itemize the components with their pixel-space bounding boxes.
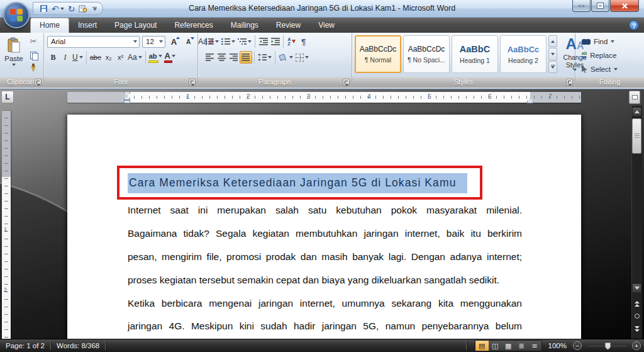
body-line[interactable]: pesan, mengirim file, promosi prodak dan… (128, 246, 522, 269)
document-body[interactable]: Internet saat ini merupakan salah satu k… (128, 199, 522, 338)
decrease-indent-button[interactable] (257, 35, 269, 48)
increase-indent-button[interactable] (269, 35, 281, 48)
tab-page-layout[interactable]: Page Layout (106, 18, 165, 33)
zoom-in-button[interactable]: + (632, 341, 641, 350)
word-count[interactable]: Words: 8/368 (57, 342, 99, 349)
tab-stop-selector[interactable]: L (1, 91, 14, 103)
grow-font-button[interactable]: A (168, 35, 180, 48)
strikethrough-button[interactable]: abe (89, 51, 103, 64)
body-line[interactable]: Ketika berbicara mengenai jaringan inter… (128, 292, 522, 315)
tab-references[interactable]: References (165, 18, 221, 33)
help-button[interactable]: ? (629, 20, 639, 30)
shrink-font-button[interactable]: A (182, 35, 194, 48)
clipboard-dialog-launcher[interactable] (35, 79, 42, 86)
red-annotation-box (117, 166, 482, 200)
document-page[interactable]: Cara Memeriksa Ketersediaan Jaringan 5G … (67, 115, 581, 339)
show-hide-pilcrow-button[interactable]: ¶ (297, 35, 309, 48)
copy-button[interactable] (27, 49, 40, 61)
style-scroll-up-button[interactable] (548, 35, 557, 47)
draft-view-button[interactable]: ≡ (528, 341, 541, 351)
undo-icon[interactable]: ↶ (52, 4, 59, 13)
subscript-button[interactable]: x₂ (103, 51, 114, 64)
align-left-button[interactable] (204, 51, 216, 64)
vertical-ruler[interactable]: 1 2 (2, 111, 11, 339)
print-preview-icon[interactable] (79, 4, 87, 13)
styles-dialog-launcher[interactable] (566, 79, 573, 86)
style-card-heading1[interactable]: AaBbC Heading 1 (452, 35, 498, 73)
font-dialog-launcher[interactable] (189, 79, 196, 86)
body-line[interactable]: Bagaimana tidak? Segala kegiatan membutu… (128, 222, 522, 246)
scroll-down-button[interactable] (632, 283, 641, 293)
style-card-no-spacing[interactable]: AaBbCcDc ¶ No Spaci... (403, 35, 450, 73)
cut-button[interactable]: ✂ (27, 35, 40, 47)
body-line[interactable]: jaringan 4G. Meskipun kini sudah hadir j… (128, 315, 522, 338)
body-line[interactable]: Internet saat ini merupakan salah satu k… (128, 199, 522, 222)
numbering-button[interactable] (220, 35, 236, 48)
paragraph-dialog-launcher[interactable] (343, 79, 350, 86)
scroll-up-button[interactable] (632, 107, 641, 116)
superscript-button[interactable]: x² (114, 51, 126, 64)
format-painter-button[interactable] (27, 63, 40, 75)
font-name-combo[interactable]: Arial (47, 36, 140, 48)
justify-button[interactable] (240, 51, 252, 64)
multilevel-list-button[interactable] (236, 35, 253, 48)
tab-mailings[interactable]: Mailings (222, 18, 267, 33)
borders-button[interactable] (294, 51, 310, 64)
change-case-button[interactable]: Aa (126, 51, 143, 64)
tab-insert[interactable]: Insert (69, 18, 106, 33)
bold-button[interactable]: B (47, 51, 59, 64)
font-color-button[interactable]: A (164, 51, 177, 64)
paste-button[interactable]: Paste (3, 35, 25, 76)
underline-button[interactable]: U (71, 51, 84, 64)
clipboard-small-buttons: ✂ (27, 35, 40, 75)
print-layout-view-button[interactable]: ▤ (475, 341, 489, 351)
ruler-toggle-icon (632, 95, 638, 99)
redo-icon[interactable]: ↻ (68, 4, 75, 13)
style-scroll-down-button[interactable] (548, 48, 557, 60)
tab-view[interactable]: View (309, 18, 343, 33)
sort-button[interactable]: AZ (286, 35, 297, 48)
status-left: Page: 1 of 2 Words: 8/368 (0, 341, 111, 350)
horizontal-ruler[interactable]: 1 2 3 4 5 6 7 (67, 92, 581, 103)
replace-button[interactable]: abac Replace (582, 50, 616, 61)
minimize-button[interactable] (572, 0, 591, 12)
style-card-heading2[interactable]: AaBbCc Heading 2 (500, 35, 547, 73)
font-size-combo[interactable]: 12 (142, 36, 165, 48)
bullets-button[interactable] (204, 35, 220, 48)
highlight-button[interactable]: ab (148, 51, 164, 64)
undo-dropdown-caret-icon[interactable] (60, 8, 64, 10)
restore-button[interactable] (591, 0, 609, 12)
full-screen-reading-view-button[interactable]: ◫ (489, 341, 502, 351)
style-preview: AaBbC (460, 44, 490, 54)
outline-view-button[interactable]: ≣ (515, 341, 528, 351)
divider (105, 341, 106, 350)
zoom-level[interactable]: 100% (548, 342, 567, 349)
italic-button[interactable]: I (59, 51, 71, 64)
save-icon[interactable] (40, 4, 48, 13)
zoom-out-button[interactable]: − (573, 341, 582, 350)
office-button[interactable] (3, 2, 30, 28)
zoom-slider-track[interactable] (587, 345, 627, 347)
align-right-button[interactable] (228, 51, 240, 64)
style-gallery-expand-button[interactable] (548, 61, 557, 73)
left-indent-marker[interactable] (124, 100, 130, 103)
align-center-button[interactable] (216, 51, 228, 64)
view-ruler-toggle-button[interactable] (629, 91, 640, 104)
line-spacing-button[interactable] (257, 51, 273, 64)
next-page-button[interactable] (632, 324, 641, 334)
qat-customize-icon[interactable] (92, 7, 97, 11)
web-layout-view-button[interactable]: ▦ (502, 341, 515, 351)
zoom-slider-thumb[interactable] (605, 343, 611, 350)
find-button[interactable]: Find (582, 36, 614, 47)
select-button[interactable]: Select (582, 64, 618, 75)
page-indicator[interactable]: Page: 1 of 2 (6, 342, 45, 349)
style-card-normal[interactable]: AaBbCcDc ¶ Normal (355, 35, 401, 73)
scrollbar-thumb[interactable] (632, 118, 641, 154)
body-line[interactable]: proses kegiatan tersebut semakin cepat d… (128, 269, 522, 292)
previous-page-button[interactable] (632, 298, 641, 309)
close-button[interactable] (610, 0, 639, 12)
shading-button[interactable] (277, 51, 294, 64)
select-browse-object-button[interactable] (632, 311, 641, 321)
tab-home[interactable]: Home (30, 18, 69, 33)
tab-review[interactable]: Review (267, 18, 309, 33)
